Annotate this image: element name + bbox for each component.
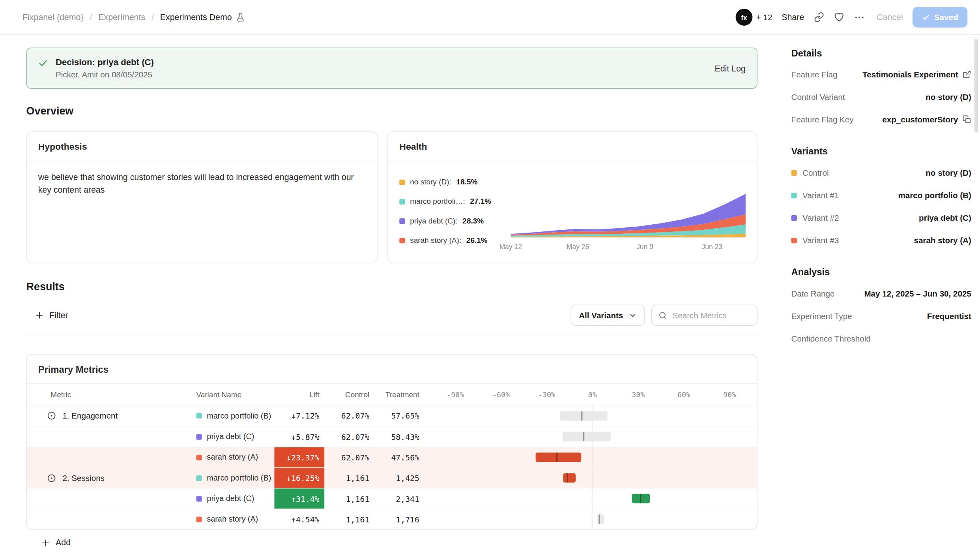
chart-x-label: May 12 — [499, 243, 522, 250]
health-card: Health no story (D):18.5%marco portfoli…… — [387, 131, 757, 263]
cancel-button[interactable]: Cancel — [877, 13, 903, 22]
feature-flag-value[interactable]: Testimonials Experiment — [862, 70, 971, 79]
saved-button[interactable]: Saved — [912, 7, 967, 27]
app-window: Fixpanel {demo} / Experiments / Experime… — [0, 0, 980, 552]
col-metric: Metric — [37, 390, 196, 399]
analysis-list: Date RangeMay 12, 2025 – Jun 30, 2025Exp… — [791, 282, 971, 349]
avatar[interactable]: fx — [736, 9, 753, 26]
top-bar-actions: fx + 12 Share Cancel Saved — [736, 7, 968, 27]
collaborator-count[interactable]: + 12 — [756, 13, 772, 22]
confidence-interval-cell — [432, 426, 752, 447]
table-row[interactable]: priya debt (C)↑31.4%1,1612,341 — [27, 488, 757, 509]
lift-value: ↑4.54% — [274, 509, 324, 529]
legend-label: priya debt (C): — [410, 216, 457, 225]
health-legend-item: sarah story (A):26.1% — [399, 236, 511, 244]
search-input[interactable] — [673, 311, 748, 320]
edit-log-button[interactable]: Edit Log — [714, 64, 745, 73]
legend-label: marco portfoli…: — [410, 197, 465, 206]
variant-name: sarah story (A) — [207, 453, 258, 462]
variants-dropdown-value: All Variants — [579, 311, 623, 320]
table-row[interactable]: 1. Engagementmarco portfolio (B)↓7.12%62… — [27, 406, 757, 426]
feature-flag-label: Feature Flag — [791, 70, 838, 79]
table-row[interactable]: priya debt (C)↓5.87%62.07%58.43% — [27, 426, 757, 447]
share-button[interactable]: Share — [782, 13, 804, 22]
analysis-row: Date RangeMay 12, 2025 – Jun 30, 2025 — [791, 282, 971, 304]
legend-swatch-icon — [399, 237, 405, 243]
lift-value: ↓5.87% — [274, 426, 324, 447]
analysis-value: May 12, 2025 – Jun 30, 2025 — [864, 289, 971, 298]
variant-value: marco portfolio (B) — [898, 190, 971, 200]
treatment-value: 1,716 — [374, 509, 425, 529]
control-value: 1,161 — [324, 488, 374, 509]
variants-heading: Variants — [791, 146, 971, 156]
breadcrumb-experiments[interactable]: Experiments — [98, 13, 145, 22]
variant-swatch-icon — [196, 434, 202, 439]
variant-swatch-icon — [791, 237, 797, 243]
variant-swatch-icon — [196, 516, 202, 522]
lift-value: ↓23.37% — [274, 447, 324, 468]
treatment-value: 58.43% — [374, 426, 425, 447]
confidence-interval-cell — [432, 447, 752, 468]
breadcrumb-project[interactable]: Fixpanel {demo} — [22, 13, 84, 22]
legend-label: no story (D): — [410, 178, 451, 186]
chart-x-label: Jun 9 — [636, 243, 653, 250]
axis-tick-label: 90% — [723, 390, 736, 399]
col-lift: Lift — [274, 390, 324, 399]
metric-name: 2. Sessions — [62, 473, 104, 483]
filter-button[interactable]: Filter — [35, 311, 68, 320]
plus-icon — [41, 538, 50, 547]
external-link-icon[interactable] — [963, 70, 971, 79]
hypothesis-card: Hypothesis we believe that showing custo… — [26, 131, 378, 263]
variant-label: Control — [791, 168, 829, 177]
metrics-search[interactable] — [651, 304, 757, 326]
control-value: 62.07% — [324, 447, 374, 468]
variant-row: Variant #3sarah story (A) — [791, 229, 971, 252]
variant-label-text: Variant #1 — [802, 190, 839, 200]
variant-value: priya debt (C) — [919, 213, 971, 222]
variant-cell: sarah story (A) — [196, 509, 274, 529]
decision-title: Decision: priya debt (C) — [56, 57, 154, 67]
confidence-tick — [599, 514, 600, 524]
confidence-tick — [567, 473, 568, 483]
table-row[interactable]: sarah story (A)↑4.54%1,1611,716 — [27, 509, 757, 529]
clipboard-copy-icon[interactable] — [963, 115, 971, 124]
table-row[interactable]: sarah story (A)↓23.37%62.07%47.56% — [27, 447, 757, 467]
health-legend-item: marco portfoli…:27.1% — [399, 197, 511, 206]
confidence-tick — [556, 452, 557, 462]
confidence-bar — [535, 452, 581, 462]
favorite-heart-icon[interactable] — [834, 12, 844, 23]
control-value: 1,161 — [324, 468, 374, 488]
hypothesis-card-title: Hypothesis — [27, 132, 377, 161]
results-heading: Results — [26, 281, 757, 293]
plus-icon — [35, 311, 44, 319]
zero-line — [593, 509, 593, 529]
add-label: Add — [56, 538, 71, 547]
table-row[interactable]: 2. Sessionsmarco portfolio (B)↓16.25%1,1… — [27, 467, 757, 488]
feature-flag-key-label: Feature Flag Key — [791, 115, 854, 124]
details-heading: Details — [791, 47, 971, 58]
variants-dropdown[interactable]: All Variants — [571, 304, 645, 326]
variant-swatch-icon — [791, 215, 797, 220]
more-options-icon[interactable] — [853, 11, 865, 23]
confidence-tick — [583, 432, 584, 441]
confidence-tick — [581, 411, 582, 421]
variant-swatch-icon — [196, 413, 202, 419]
variant-cell: priya debt (C) — [196, 488, 274, 509]
target-icon — [47, 473, 56, 483]
confidence-axis: -90%-60%-30%0%30%60%90% — [432, 384, 752, 405]
page-title: Experiments Demo — [160, 13, 232, 22]
breadcrumb: Fixpanel {demo} / Experiments / Experime… — [22, 13, 245, 22]
confidence-bar — [560, 411, 608, 421]
link-icon[interactable] — [814, 12, 824, 23]
axis-tick-label: 30% — [632, 390, 645, 399]
scrollbar[interactable] — [974, 39, 978, 133]
variant-row: Variant #1marco portfolio (B) — [791, 184, 971, 207]
table-header-row: Metric Variant Name Lift Control Treatme… — [27, 384, 757, 406]
feature-flag-name: Testimonials Experiment — [862, 70, 958, 79]
breadcrumb-current[interactable]: Experiments Demo — [160, 13, 245, 22]
details-section: Details Feature Flag Testimonials Experi… — [791, 47, 971, 131]
add-metric-button[interactable]: Add — [41, 538, 71, 547]
variant-name: marco portfolio (B) — [207, 473, 271, 482]
feature-flag-key: exp_customerStory — [882, 115, 958, 124]
chart-x-axis: May 12May 26Jun 9Jun 23 — [511, 243, 746, 253]
